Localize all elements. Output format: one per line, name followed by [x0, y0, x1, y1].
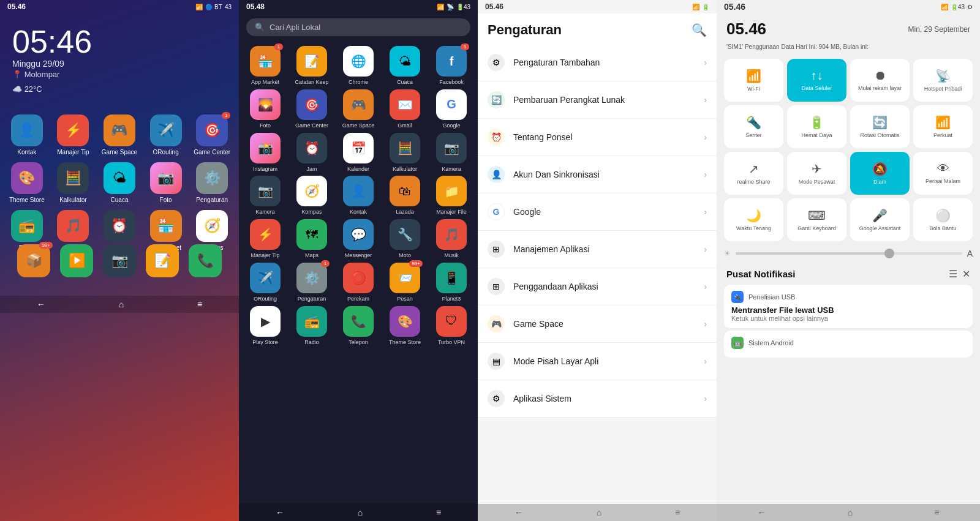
drawer-app-telepon[interactable]: 📞 Telepon: [337, 306, 380, 346]
drawer-app-radio[interactable]: 📻 Radio: [290, 306, 333, 346]
settings-icon-p4[interactable]: ⚙: [967, 4, 973, 10]
qs-tile-bolabantu[interactable]: ⚪ Bola Bantu: [913, 198, 973, 241]
drawer-app-google[interactable]: G Google: [430, 89, 473, 129]
settings-search-icon[interactable]: 🔍: [692, 23, 707, 37]
settings-item-tentang[interactable]: ⏰ Tentang Ponsel ›: [478, 119, 717, 156]
drawer-app-kamera2[interactable]: 📷 Kamera: [244, 176, 287, 216]
notif-manage-icon[interactable]: ☰: [949, 268, 957, 280]
drawer-app-facebook[interactable]: f 5 Facebook: [430, 46, 473, 86]
qs-tile-senter[interactable]: 🔦 Senter: [724, 105, 783, 148]
brightness-thumb[interactable]: [884, 249, 894, 258]
nav-menu-p3[interactable]: ≡: [675, 508, 680, 517]
drawer-app-gamespace[interactable]: 🎮 Game Space: [337, 89, 380, 129]
drawer-app-appmarket[interactable]: 🏪 1 App Market: [244, 46, 287, 86]
notif-item-usb[interactable]: 🔌 Penelisian USB Mentransfer File lewat …: [724, 285, 973, 328]
notif-clear-icon[interactable]: ✕: [962, 268, 970, 280]
drawer-app-kontak[interactable]: 👤 Kontak: [337, 176, 380, 216]
settings-item-aplikasi-sistem[interactable]: ⚙ Aplikasi Sistem ›: [478, 380, 717, 418]
drawer-app-catatan[interactable]: 📝 Catatan Keep: [290, 46, 333, 86]
dock-app-phone[interactable]: 📞: [189, 244, 222, 277]
drawer-app-foto[interactable]: 🌄 Foto: [244, 89, 287, 129]
nav-back-p2[interactable]: ←: [276, 508, 284, 517]
nav-home-p1[interactable]: ⌂: [119, 299, 124, 309]
drawer-app-pengaturan[interactable]: ⚙️ 1 Pengaturan: [290, 263, 333, 302]
settings-item-pembaruan[interactable]: 🔄 Pembaruan Perangkat Lunak ›: [478, 81, 717, 119]
qs-tile-hemat[interactable]: 🔋 Hemat Daya: [787, 105, 846, 148]
settings-item-mode-pisah[interactable]: ▤ Mode Pisah Layar Apli ›: [478, 343, 717, 380]
drawer-app-musik[interactable]: 🎵 Musik: [430, 219, 473, 259]
home-app-pengaturan[interactable]: ⚙️ Pengaturan: [191, 162, 233, 204]
settings-item-gamespace[interactable]: 🎮 Game Space ›: [478, 305, 717, 343]
drawer-app-kalkulator[interactable]: 🧮 Kalkulator: [383, 133, 426, 173]
home-app-kontak[interactable]: 👤 Kontak: [6, 114, 48, 156]
home-app-foto[interactable]: 📷 Foto: [145, 162, 187, 204]
home-app-cuaca[interactable]: 🌤 Cuaca: [99, 162, 140, 204]
drawer-app-cuaca[interactable]: 🌤 Cuaca: [383, 46, 426, 86]
settings-item-pengaturan-tambahan[interactable]: ⚙ Pengaturan Tambahan ›: [478, 44, 717, 81]
drawer-app-kamera[interactable]: 📷 Kamera: [430, 133, 473, 173]
drawer-app-turbovpn[interactable]: 🛡 Turbo VPN: [430, 306, 473, 346]
dock-app-1[interactable]: 📦 99+: [17, 244, 50, 277]
nav-menu-p2[interactable]: ≡: [436, 508, 441, 517]
settings-item-akun[interactable]: 👤 Akun Dan Sinkronisasi ›: [478, 156, 717, 193]
qs-tile-waktu[interactable]: 🌙 Waktu Tenang: [724, 198, 783, 241]
nav-menu-p1[interactable]: ≡: [197, 299, 202, 309]
qs-tile-keyboard[interactable]: ⌨ Ganti Keyboard: [787, 198, 846, 241]
home-app-oroaming[interactable]: ✈️ ORouting: [145, 114, 187, 156]
drawer-app-moto[interactable]: 🔧 Moto: [383, 219, 426, 259]
drawer-app-instagram[interactable]: 📸 Instagram: [244, 133, 287, 173]
home-app-kalkulator[interactable]: 🧮 Kalkulator: [53, 162, 94, 204]
nav-back-p4[interactable]: ←: [758, 508, 766, 517]
drawer-app-oroaming[interactable]: ✈️ ORouting: [244, 263, 287, 302]
qs-tile-perisai[interactable]: 👁 Perisai Malam: [913, 152, 973, 195]
drawer-app-playstore[interactable]: ▶ Play Store: [244, 306, 287, 346]
qs-tile-diam[interactable]: 🔕 Diam: [850, 152, 910, 195]
settings-item-manajemen[interactable]: ⊞ Manajemen Aplikasi ›: [478, 231, 717, 268]
drawer-app-pesan[interactable]: 📨 99+ Pesan: [383, 263, 426, 302]
home-app-gamecenter[interactable]: 🎯 1 Game Center: [191, 114, 233, 156]
settings-list: ⚙ Pengaturan Tambahan › 🔄 Pembaruan Pera…: [478, 44, 717, 418]
app-search-bar[interactable]: 🔍 Cari Apli Lokal: [246, 18, 470, 36]
nav-home-p2[interactable]: ⌂: [358, 508, 363, 517]
status-icons-p4: 📶 🔋43 ⚙: [941, 4, 973, 10]
qs-tile-rotasi[interactable]: 🔄 Rotasi Otomatis: [850, 105, 910, 148]
dock-app-notes[interactable]: 📝: [146, 244, 179, 277]
qs-tile-realmeshare[interactable]: ↗ realme Share: [724, 152, 783, 195]
drawer-app-kalender[interactable]: 📅 Kalender: [337, 133, 380, 173]
nav-back-p3[interactable]: ←: [514, 508, 523, 517]
home-app-themestore[interactable]: 🎨 Theme Store: [6, 162, 48, 204]
drawer-app-planet3[interactable]: 📱 Planet3: [430, 263, 473, 302]
home-app-gamespace[interactable]: 🎮 Game Space: [99, 114, 140, 156]
qs-tile-rekam[interactable]: ⏺ Mulai rekam layar: [850, 59, 910, 102]
settings-item-penggandaan[interactable]: ⊞ Penggandaan Aplikasi ›: [478, 268, 717, 305]
home-app-manajer[interactable]: ⚡ Manajer Tip: [53, 114, 94, 156]
drawer-app-kompas[interactable]: 🧭 Kompas: [290, 176, 333, 216]
qs-tile-perkuat[interactable]: 📶 Perkuat: [913, 105, 973, 148]
brightness-control[interactable]: ☀ A: [724, 249, 973, 258]
dock-app-camera[interactable]: 📷: [103, 244, 136, 277]
qs-tile-wifi[interactable]: 📶 Wi-Fi: [724, 59, 783, 102]
drawer-app-gmail[interactable]: ✉️ Gmail: [383, 89, 426, 129]
settings-item-google[interactable]: G Google ›: [478, 193, 717, 231]
qs-tile-pesawat[interactable]: ✈ Mode Pesawat: [787, 152, 846, 195]
drawer-app-manajertip[interactable]: ⚡ Manajer Tip: [244, 219, 287, 259]
qs-tile-hotspot[interactable]: 📡 Hotspot Pribadi: [913, 59, 973, 102]
drawer-app-jam[interactable]: ⏰ Jam: [290, 133, 333, 173]
nav-menu-p4[interactable]: ≡: [934, 508, 939, 517]
drawer-app-chrome[interactable]: 🌐 Chrome: [337, 46, 380, 86]
drawer-app-perekam[interactable]: ⭕ Perekam: [337, 263, 380, 302]
drawer-app-lazada[interactable]: 🛍 Lazada: [383, 176, 426, 216]
drawer-app-themestore[interactable]: 🎨 Theme Store: [383, 306, 426, 346]
drawer-app-manajerfile[interactable]: 📁 Manajer File: [430, 176, 473, 216]
drawer-app-gamecenter[interactable]: 🎯 Game Center: [290, 89, 333, 129]
nav-back-p1[interactable]: ←: [37, 299, 45, 309]
nav-home-p4[interactable]: ⌂: [848, 508, 853, 517]
notif-item-android[interactable]: 🤖 Sistem Android: [724, 331, 973, 358]
drawer-app-messenger[interactable]: 💬 Messenger: [337, 219, 380, 259]
brightness-bar[interactable]: [736, 252, 962, 255]
dock-app-2[interactable]: ▶️: [60, 244, 93, 277]
nav-home-p3[interactable]: ⌂: [597, 508, 601, 517]
qs-tile-data-seluler[interactable]: ↑↓ Data Seluler: [787, 59, 846, 102]
drawer-app-maps[interactable]: 🗺 Maps: [290, 219, 333, 259]
qs-tile-assistant[interactable]: 🎤 Google Assistant: [850, 198, 910, 241]
